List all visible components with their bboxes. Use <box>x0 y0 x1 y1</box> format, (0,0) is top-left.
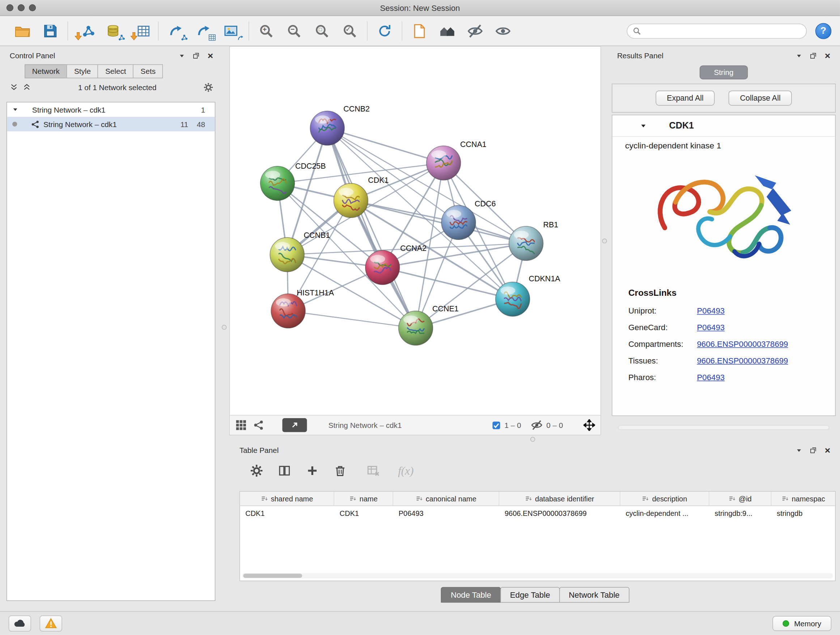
table-row[interactable]: CDK1CDK1P064939606.ENSP00000378699cyclin… <box>240 506 835 521</box>
network-node-ccnb1[interactable] <box>270 238 304 272</box>
column-header-database-identifier[interactable]: database identifier <box>499 492 621 506</box>
network-edge[interactable] <box>351 201 526 243</box>
network-node-cdkn1a[interactable] <box>496 282 530 317</box>
show-details-button[interactable] <box>489 19 517 43</box>
document-button[interactable] <box>406 19 433 43</box>
zoom-out-button[interactable]: − <box>280 19 308 43</box>
network-node-ccne1[interactable] <box>399 311 433 345</box>
open-session-button[interactable] <box>9 19 36 43</box>
expand-all-icon[interactable] <box>22 83 31 92</box>
close-window-button[interactable] <box>6 4 13 11</box>
panel-resize-handle[interactable] <box>602 239 607 243</box>
export-network-button[interactable] <box>162 19 189 43</box>
export-table-button[interactable] <box>189 19 218 43</box>
network-node-ccna1[interactable] <box>426 146 461 180</box>
zoom-in-button[interactable]: + <box>252 19 280 43</box>
export-image-button[interactable] <box>218 19 245 43</box>
network-edge[interactable] <box>327 128 416 328</box>
network-node-cdc25b[interactable] <box>261 166 295 201</box>
network-row[interactable]: String Network – cdk1 11 48 <box>7 117 215 131</box>
checkbox-icon[interactable] <box>492 421 501 430</box>
collapse-all-icon[interactable] <box>10 83 19 92</box>
crosslink-value-link[interactable]: P06493 <box>697 306 725 315</box>
disclosure-triangle-icon[interactable] <box>12 107 18 112</box>
collapse-panel-icon[interactable] <box>796 448 802 453</box>
home-button[interactable] <box>433 19 461 43</box>
crosslink-value-link[interactable]: P06493 <box>697 323 725 332</box>
tab-network-table[interactable]: Network Table <box>559 587 630 602</box>
hide-details-button[interactable] <box>461 19 489 43</box>
tab-select[interactable]: Select <box>98 65 134 79</box>
expand-all-button[interactable]: Expand All <box>655 90 715 105</box>
tab-style[interactable]: Style <box>66 65 98 79</box>
network-edge[interactable] <box>327 128 444 163</box>
panel-resize-handle[interactable] <box>531 437 535 442</box>
minimize-window-button[interactable] <box>18 4 25 11</box>
column-header-canonical-name[interactable]: canonical name <box>393 492 499 506</box>
float-panel-icon[interactable] <box>810 447 817 454</box>
column-header-name[interactable]: name <box>334 492 393 506</box>
close-panel-icon[interactable]: × <box>208 51 213 61</box>
zoom-selected-button[interactable]: ✓ <box>336 19 363 43</box>
add-column-icon[interactable] <box>306 464 319 477</box>
string-tab-button[interactable]: String <box>699 65 748 80</box>
maximize-window-button[interactable] <box>29 4 36 11</box>
network-canvas[interactable]: CCNB2CCNA1CDC25BCDK1CDC6RB1CCNB1CCNA2CDK… <box>230 47 600 415</box>
import-table-file-button[interactable] <box>127 19 155 43</box>
gear-icon[interactable] <box>250 464 264 477</box>
column-header-namespac[interactable]: namespac <box>771 492 836 506</box>
tab-sets[interactable]: Sets <box>133 65 163 79</box>
network-node-rb1[interactable] <box>509 226 543 261</box>
crosslink-value-link[interactable]: P06493 <box>697 372 725 382</box>
results-actions: Expand All Collapse All <box>612 84 836 112</box>
table-cell: CDK1 <box>334 509 393 517</box>
entry-header[interactable]: CDK1 <box>613 115 835 136</box>
panel-resize-handle[interactable] <box>222 325 226 329</box>
float-panel-icon[interactable] <box>810 52 817 60</box>
network-node-ccnb2[interactable] <box>310 111 344 146</box>
string-app-icon[interactable] <box>253 420 264 431</box>
pan-tool-icon[interactable] <box>584 419 595 431</box>
column-header--id[interactable]: @id <box>709 492 772 506</box>
close-panel-icon[interactable]: × <box>825 446 831 455</box>
warnings-button[interactable] <box>40 615 62 631</box>
birdseye-view-icon[interactable] <box>235 419 247 431</box>
network-node-cdk1[interactable] <box>334 183 368 218</box>
table-hscrollbar[interactable] <box>242 573 833 578</box>
tab-node-table[interactable]: Node Table <box>441 587 501 602</box>
network-node-hist1h1a[interactable] <box>271 294 305 328</box>
search-input[interactable] <box>644 27 801 35</box>
import-network-file-button[interactable] <box>71 19 99 43</box>
collapse-panel-icon[interactable] <box>796 53 802 59</box>
network-node-ccna2[interactable] <box>365 250 400 285</box>
scrollbar-thumb[interactable] <box>243 573 302 578</box>
entry-collapse-icon[interactable] <box>640 122 647 129</box>
collapse-all-button[interactable]: Collapse All <box>729 90 791 105</box>
results-scrollbar[interactable] <box>618 425 829 430</box>
collapse-panel-icon[interactable] <box>179 53 185 59</box>
close-panel-icon[interactable]: × <box>825 51 831 61</box>
cloud-sync-button[interactable] <box>9 615 31 631</box>
open-view-button[interactable] <box>282 418 307 432</box>
gear-icon[interactable] <box>204 82 213 92</box>
zoom-fit-button[interactable]: □ <box>308 19 336 43</box>
column-header-description[interactable]: description <box>621 492 709 506</box>
tab-network[interactable]: Network <box>25 65 67 79</box>
memory-button[interactable]: Memory <box>773 616 831 631</box>
network-edge[interactable] <box>288 311 416 328</box>
network-node-cdc6[interactable] <box>441 205 476 240</box>
refresh-view-button[interactable] <box>371 19 399 43</box>
crosslink-value-link[interactable]: 9606.ENSP00000378699 <box>697 356 788 365</box>
string-network-icon <box>31 120 40 128</box>
network-collection-row[interactable]: String Network – cdk1 1 <box>7 103 215 117</box>
save-session-button[interactable] <box>36 19 65 43</box>
column-header-shared-name[interactable]: shared name <box>240 492 334 506</box>
help-button[interactable]: ? <box>815 23 831 39</box>
float-panel-icon[interactable] <box>193 52 200 60</box>
table-grid-icon <box>208 34 216 41</box>
delete-icon[interactable] <box>334 464 347 477</box>
tab-edge-table[interactable]: Edge Table <box>500 587 560 602</box>
import-network-database-button[interactable] <box>99 19 127 43</box>
columns-icon[interactable] <box>278 464 291 477</box>
crosslink-value-link[interactable]: 9606.ENSP00000378699 <box>697 339 788 348</box>
